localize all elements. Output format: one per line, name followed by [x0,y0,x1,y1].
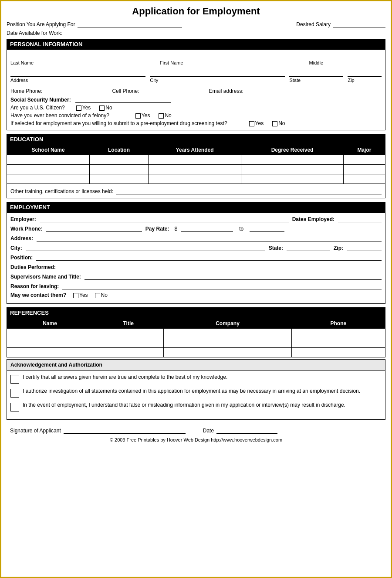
emp-address-input[interactable] [37,235,382,241]
felony-no-checkbox[interactable] [159,113,164,119]
pay-rate-to-input[interactable] [250,225,284,232]
table-row [7,348,385,357]
col-location: Location [90,145,149,155]
emp-position-row: Position: [10,254,382,261]
emp-reason-input[interactable] [62,282,382,289]
ref-phone-3[interactable] [291,348,385,357]
signature-field: Signature of Applicant [10,427,186,434]
ssn-row: Social Security Number: [10,96,382,103]
edu-years-1[interactable] [148,155,241,165]
col-major: Major [343,145,385,155]
edu-degree-2[interactable] [241,165,343,174]
emp-state-input[interactable] [287,244,330,251]
signature-label: Signature of Applicant [10,428,61,434]
last-name-field: Last Name [10,52,155,65]
ack-checkbox-3[interactable] [10,403,19,411]
page-title: Application for Employment [7,6,385,17]
ack-checkbox-2[interactable] [10,389,19,398]
edu-school-3[interactable] [7,174,90,184]
edu-years-2[interactable] [148,165,241,174]
ref-title-1[interactable] [93,329,164,338]
date-sig-input[interactable] [216,427,277,434]
edu-major-2[interactable] [343,165,385,174]
references-header: REFERENCES [7,307,385,318]
desired-salary-label: Desired Salary [296,21,331,27]
emp-position-input[interactable] [36,254,382,261]
work-phone-row: Work Phone: Pay Rate: $ to [10,225,382,232]
top-fields: Position You Are Applying For Desired Sa… [7,20,385,27]
other-training-row: Other training, certifications or licens… [7,184,385,198]
state-input[interactable] [289,70,343,77]
address-row: Address City State Zip [10,70,382,83]
edu-school-1[interactable] [7,155,90,165]
ref-phone-2[interactable] [291,338,385,348]
dates-employed-input[interactable] [338,215,382,222]
emp-duties-input[interactable] [59,263,382,270]
edu-school-2[interactable] [7,165,90,174]
edu-degree-3[interactable] [241,174,343,184]
zip-input[interactable] [348,70,382,77]
personal-info-section: Last Name First Name Middle Address City… [7,50,385,130]
edu-years-3[interactable] [148,174,241,184]
emp-zip-input[interactable] [347,244,382,251]
ack-checkbox-1[interactable] [10,375,19,384]
citizen-no-checkbox[interactable] [99,105,105,111]
ref-name-3[interactable] [7,348,93,357]
ref-title-3[interactable] [93,348,164,357]
emp-city-input[interactable] [26,244,265,251]
cell-phone-input[interactable] [143,87,204,94]
edu-degree-1[interactable] [241,155,343,165]
first-name-input[interactable] [160,52,305,59]
ref-company-2[interactable] [164,338,291,348]
address-input[interactable] [10,70,145,77]
ref-name-2[interactable] [7,338,93,348]
ref-company-1[interactable] [164,329,291,338]
date-field: Date [203,427,277,434]
emp-city-label: City: [10,245,22,251]
desired-salary-field: Desired Salary [296,20,385,27]
edu-major-1[interactable] [343,155,385,165]
email-input[interactable] [248,87,326,94]
edu-location-3[interactable] [90,174,149,184]
signature-row: Signature of Applicant Date [7,427,385,434]
home-phone-input[interactable] [47,87,108,94]
references-header-row: Name Title Company Phone [7,319,385,329]
other-training-input[interactable] [116,187,382,194]
emp-supervisor-input[interactable] [84,273,382,280]
city-field: City [150,70,285,83]
edu-location-1[interactable] [90,155,149,165]
employer-input[interactable] [40,215,289,222]
last-name-input[interactable] [10,52,155,59]
table-row [7,165,385,174]
middle-input[interactable] [309,52,382,59]
city-input[interactable] [150,70,285,77]
signature-input[interactable] [64,427,186,434]
ref-col-phone: Phone [291,319,385,329]
references-table: Name Title Company Phone [7,318,385,357]
footer: © 2009 Free Printables by Hoover Web Des… [7,437,385,442]
position-value[interactable] [78,20,182,27]
work-phone-input[interactable] [46,225,142,232]
desired-salary-value[interactable] [333,20,385,27]
phone-row: Home Phone: Cell Phone: Email address: [10,87,382,94]
edu-location-2[interactable] [90,165,149,174]
ref-title-2[interactable] [93,338,164,348]
ref-col-company: Company [164,319,291,329]
citizen-yes-checkbox[interactable] [76,105,81,111]
emp-reason-row: Reason for leaving: [10,282,382,289]
emp-contact-yes-checkbox[interactable] [73,293,78,298]
ref-phone-1[interactable] [291,329,385,338]
felony-yes-checkbox[interactable] [135,113,141,119]
drug-yes-checkbox[interactable] [249,121,254,126]
ref-name-1[interactable] [7,329,93,338]
date-value[interactable] [65,29,178,36]
state-field: State [289,70,343,83]
pay-rate-input[interactable] [181,225,233,232]
ref-company-3[interactable] [164,348,291,357]
emp-contact-no-checkbox[interactable] [95,293,100,298]
position-label: Position You Are Applying For [7,21,75,27]
drug-no-checkbox[interactable] [272,121,277,126]
ssn-input[interactable] [75,96,171,103]
education-header-row: School Name Location Years Attended Degr… [7,145,385,155]
edu-major-3[interactable] [343,174,385,184]
